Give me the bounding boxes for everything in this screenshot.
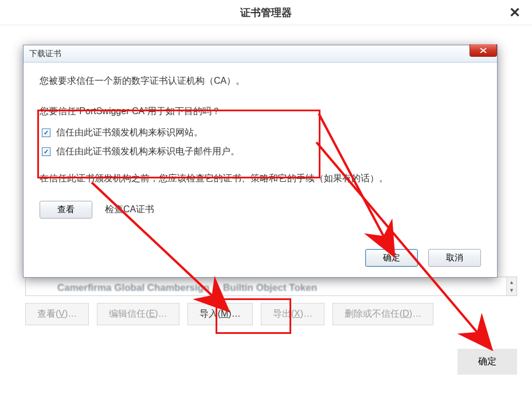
close-icon [479,48,487,53]
export-button[interactable]: 导出(X)… [261,303,324,325]
close-icon[interactable]: ✕ [506,3,524,22]
view-cert-hint: 检查CA证书 [105,204,154,216]
edit-trust-button[interactable]: 编辑信任(E)… [97,303,179,325]
dialog-advice: 在信任此证书颁发机构之前，您应该检查它的证书、策略和它的手续（如果有的话）。 [40,173,481,185]
trust-question: 您要信任“PortSwigger CA”用于如下目的吗？ [40,106,481,118]
trust-websites-row[interactable]: ✓ 信任由此证书颁发机构来标识网站。 [40,127,481,139]
view-cert-button[interactable]: 查看 [40,201,92,219]
list-item: Camerfirma Global Chambersign ... Builti… [57,282,317,294]
dialog-cancel-button[interactable]: 取消 [428,249,481,267]
dialog-ok-button[interactable]: 确定 [365,249,418,267]
view-button[interactable]: 查看(V)… [25,303,89,325]
page-title: 证书管理器 [240,6,292,20]
dialog-close-button[interactable] [470,44,497,57]
dialog-message: 您被要求信任一个新的数字证书认证机构（CA）。 [40,75,481,87]
checkbox-checked-icon[interactable]: ✓ [42,129,50,137]
dialog-titlebar[interactable]: 下载证书 [24,45,497,63]
trust-email-label: 信任由此证书颁发机构来标识电子邮件用户。 [56,146,240,158]
import-button[interactable]: 导入(M)… [187,303,253,325]
dialog-title: 下载证书 [29,49,61,59]
download-cert-dialog: 下载证书 您被要求信任一个新的数字证书认证机构（CA）。 您要信任“PortSw… [23,45,498,278]
trust-websites-label: 信任由此证书颁发机构来标识网站。 [56,127,203,139]
trust-email-row[interactable]: ✓ 信任由此证书颁发机构来标识电子邮件用户。 [40,146,481,158]
scrollbar[interactable]: ▲ ▼ [506,277,517,295]
manager-ok-button[interactable]: 确定 [457,349,517,375]
scroll-down-icon[interactable]: ▼ [507,285,517,295]
delete-button[interactable]: 删除或不信任(D)… [332,303,433,325]
checkbox-checked-icon[interactable]: ✓ [42,147,50,156]
